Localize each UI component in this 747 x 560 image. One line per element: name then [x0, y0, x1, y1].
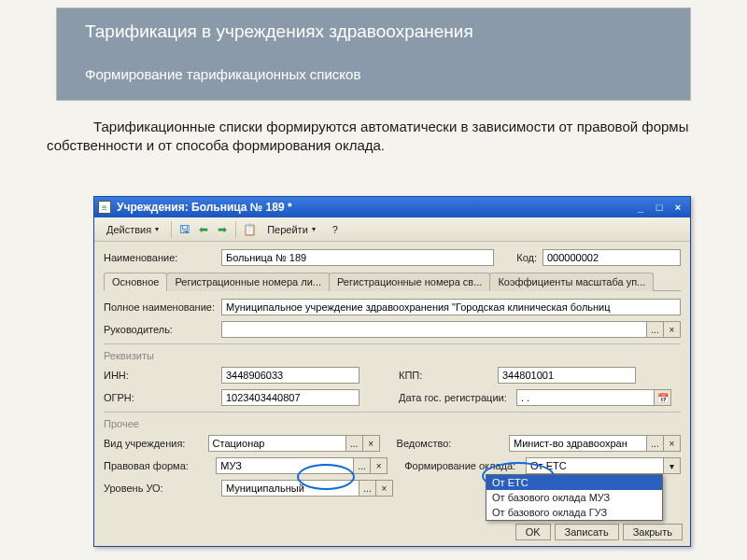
close-form-button[interactable]: Закрыть [623, 524, 683, 540]
save-toolbar-icon[interactable]: 🖫 [177, 222, 192, 237]
rekvizity-heading: Реквизиты [104, 350, 681, 361]
ogrn-input[interactable] [221, 389, 359, 406]
vedom-label: Ведомство: [397, 438, 503, 449]
help-button[interactable]: ? [326, 221, 345, 238]
fullname-label: Полное наименование: [104, 301, 216, 313]
pform-label: Правовая форма: [104, 460, 210, 471]
regdate-calendar-button[interactable]: 📅 [655, 389, 671, 406]
titlebar[interactable]: Учреждения: Больница № 189 * _ □ × [94, 197, 690, 217]
window-title: Учреждения: Больница № 189 * [117, 201, 292, 214]
uroven-select-button[interactable]: ... [359, 480, 376, 497]
app-icon [98, 201, 111, 214]
fullname-input[interactable] [221, 299, 681, 315]
close-button[interactable]: × [669, 200, 686, 215]
pform-clear-button[interactable]: × [371, 457, 388, 474]
dropdown-option-muz[interactable]: От базового оклада МУЗ [486, 490, 662, 505]
kpp-input[interactable] [498, 367, 636, 384]
tabs: Основное Регистрационные номера ли... Ре… [104, 272, 681, 291]
vid-clear-button[interactable]: × [363, 435, 380, 452]
slide-title: Тарификация в учреждениях здравоохранени… [85, 21, 690, 42]
vedom-clear-button[interactable]: × [664, 435, 681, 452]
tab-main[interactable]: Основное [104, 273, 167, 291]
oklad-label: Формирование оклада: [404, 460, 520, 471]
vid-input[interactable] [208, 435, 346, 452]
toolbar: Действия▾ 🖫 ⬅ ➡ 📋 Перейти▾ ? [94, 217, 690, 242]
uroven-input[interactable] [221, 480, 359, 497]
oklad-dropdown[interactable]: От ЕТС От базового оклада МУЗ От базовог… [486, 474, 663, 521]
slide-header: Тарификация в учреждениях здравоохранени… [56, 7, 691, 101]
pform-input[interactable] [216, 457, 354, 474]
goto-menu[interactable]: Перейти▾ [261, 221, 322, 238]
save-button[interactable]: Записать [555, 524, 619, 540]
name-input[interactable] [221, 249, 494, 266]
regdate-input[interactable] [516, 389, 655, 406]
tab-reg-li[interactable]: Регистрационные номера ли... [166, 273, 330, 291]
prev-icon[interactable]: ⬅ [196, 222, 211, 237]
inn-input[interactable] [221, 367, 359, 384]
tab-koef[interactable]: Коэффициенты масштаба уп... [489, 273, 654, 291]
form-body: Наименование: Код: Основное Регистрацион… [94, 242, 690, 510]
name-label: Наименование: [104, 252, 216, 263]
head-clear-button[interactable]: × [664, 321, 681, 338]
vedom-select-button[interactable]: ... [647, 435, 664, 452]
oklad-input[interactable] [526, 457, 664, 474]
ogrn-label: ОГРН: [104, 392, 216, 403]
ok-button[interactable]: OK [515, 524, 551, 540]
uroven-label: Уровень УО: [104, 483, 216, 494]
inn-label: ИНН: [104, 370, 216, 381]
slide-subtitle: Формирование тарификационных списков [85, 66, 690, 82]
head-label: Руководитель: [104, 324, 216, 335]
uroven-clear-button[interactable]: × [376, 480, 393, 497]
maximize-button[interactable]: □ [651, 200, 668, 215]
kod-label: Код: [516, 252, 537, 263]
dropdown-option-guz[interactable]: От базового оклада ГУЗ [486, 505, 662, 520]
vedom-input[interactable] [509, 435, 647, 452]
intro-text: Тарификационные списки формируются автом… [47, 118, 700, 156]
copy-icon[interactable]: 📋 [242, 222, 257, 237]
next-icon[interactable]: ➡ [215, 222, 230, 237]
kod-input[interactable] [543, 249, 681, 266]
oklad-dropdown-button[interactable]: ▾ [664, 457, 681, 474]
head-input[interactable] [221, 321, 647, 338]
head-select-button[interactable]: ... [647, 321, 664, 338]
actions-menu[interactable]: Действия▾ [100, 221, 165, 238]
regdate-label: Дата гос. регистрации: [399, 392, 511, 403]
minimize-button[interactable]: _ [632, 200, 649, 215]
tab-reg-sv[interactable]: Регистрационные номера св... [329, 273, 490, 291]
prochee-heading: Прочее [104, 418, 681, 429]
vid-label: Вид учреждения: [104, 438, 203, 449]
kpp-label: КПП: [399, 370, 492, 381]
vid-select-button[interactable]: ... [346, 435, 363, 452]
pform-select-button[interactable]: ... [354, 457, 371, 474]
dropdown-option-ets[interactable]: От ЕТС [486, 475, 662, 490]
bottom-buttons: OK Записать Закрыть [515, 524, 683, 540]
